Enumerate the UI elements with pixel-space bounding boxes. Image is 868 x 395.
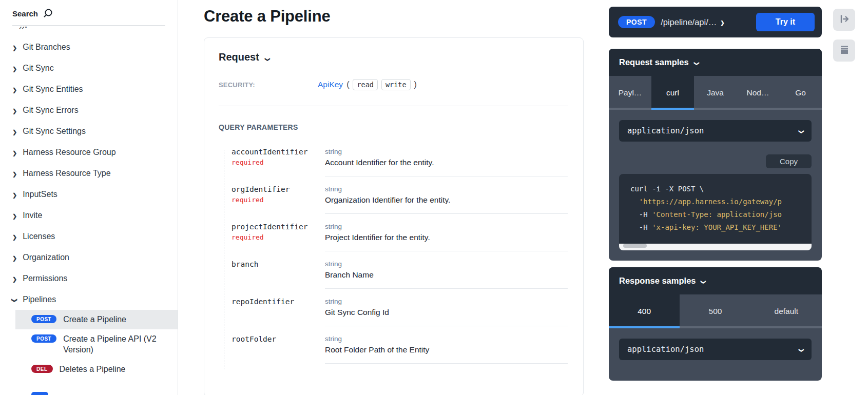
- scrollbar-thumb[interactable]: [623, 244, 647, 248]
- language-tabs: Payl… curl Java Nod… Go: [609, 76, 822, 110]
- tab-go[interactable]: Go: [779, 76, 822, 110]
- chevron-right-icon: [12, 253, 17, 262]
- response-samples-panel: Response samples 400 500 default applica…: [609, 267, 822, 381]
- chevron-down-icon: [701, 276, 705, 285]
- scope-write: write: [381, 79, 411, 90]
- chevron-down-icon: [12, 295, 17, 304]
- sidebar-group-git-branches[interactable]: Git Branches: [0, 36, 178, 57]
- chevron-right-icon: [12, 106, 17, 114]
- endpoint-path[interactable]: /pipeline/api/…: [661, 17, 717, 27]
- response-samples-heading: Response samples: [619, 276, 696, 286]
- param-description: Project Identifier for the entity.: [325, 233, 568, 242]
- sidebar-group-harness-resource-group[interactable]: Harness Resource Group: [0, 142, 178, 163]
- method-badge-post: POST: [31, 334, 56, 343]
- tab-400[interactable]: 400: [609, 294, 680, 328]
- request-samples-toggle[interactable]: Request samples: [609, 49, 822, 76]
- apikey-link[interactable]: ApiKey: [318, 80, 343, 89]
- sidebar-group-harness-resource-type[interactable]: Harness Resource Type: [0, 163, 178, 184]
- param-type: string: [325, 223, 568, 230]
- clipped-method-badge: [31, 392, 48, 395]
- chevron-right-icon: [12, 148, 17, 156]
- request-section-toggle[interactable]: Request: [219, 51, 568, 63]
- param-name: branch: [232, 260, 325, 268]
- sidebar-group-permissions[interactable]: Permissions: [0, 268, 178, 289]
- sidebar-group-inputsets[interactable]: InputSets: [0, 184, 178, 205]
- tab-curl[interactable]: curl: [651, 76, 694, 110]
- query-parameters-label: QUERY PARAMETERS: [219, 123, 568, 131]
- response-content-type-value: application/json: [627, 345, 704, 354]
- chevron-down-icon: [695, 58, 699, 67]
- api-docs-page: Search ››• Git Branches Git Sync Git Syn…: [0, 0, 868, 395]
- tab-500[interactable]: 500: [680, 294, 750, 328]
- search-icon: [43, 8, 53, 18]
- param-description: Git Sync Config Id: [325, 308, 568, 317]
- main-content: Create a Pipeline Request SECURITY: ApiK…: [204, 0, 584, 395]
- endpoint-bar: POST /pipeline/api/… Try it: [609, 7, 822, 37]
- param-type: string: [325, 260, 568, 268]
- response-content-type-select[interactable]: application/json: [619, 339, 812, 360]
- param-guide-line: [224, 150, 224, 369]
- sidebar-group-list: Git Branches Git Sync Git Sync Entities …: [0, 36, 178, 310]
- sidebar-group-organization[interactable]: Organization: [0, 247, 178, 268]
- method-badge-delete: DEL: [31, 365, 53, 373]
- tab-node[interactable]: Nod…: [737, 76, 779, 110]
- chevron-right-icon: [12, 127, 17, 135]
- param-description: Branch Name: [325, 270, 568, 280]
- query-parameters-list: accountIdentifier required string Accoun…: [219, 148, 568, 372]
- sidebar-group-git-sync-errors[interactable]: Git Sync Errors: [0, 100, 178, 121]
- search-label: Search: [12, 9, 38, 18]
- param-required-flag: required: [232, 159, 325, 166]
- divider: [219, 106, 568, 106]
- sidebar-group-licenses[interactable]: Licenses: [0, 226, 178, 247]
- param-name: rootFolder: [232, 335, 325, 343]
- param-name: projectIdentifier: [232, 223, 325, 231]
- sidebar-group-invite[interactable]: Invite: [0, 205, 178, 226]
- collapse-panel-button[interactable]: [833, 9, 855, 31]
- param-name: accountIdentifier: [232, 148, 325, 156]
- param-required-flag: required: [232, 233, 325, 241]
- sidebar-group-git-sync[interactable]: Git Sync: [0, 57, 178, 78]
- horizontal-scrollbar: [619, 244, 812, 250]
- response-samples-toggle[interactable]: Response samples: [609, 267, 822, 294]
- param-name: repoIdentifier: [232, 298, 325, 306]
- content-type-select[interactable]: application/json: [619, 120, 812, 142]
- param-description: Account Identifier for the entity.: [325, 158, 568, 167]
- chevron-down-icon: [799, 127, 803, 135]
- chevron-right-icon: [12, 232, 17, 241]
- chevron-right-icon: [12, 169, 17, 177]
- page-title: Create a Pipeline: [204, 7, 584, 26]
- request-heading: Request: [219, 51, 259, 63]
- param-row-projectIdentifier: projectIdentifier required string Projec…: [219, 223, 568, 260]
- sidebar-item-deletes-a-pipeline[interactable]: DEL Deletes a Pipeline: [15, 360, 178, 379]
- curl-code-block: curl -i -X POST \ 'https://app.harness.i…: [619, 174, 812, 250]
- method-badge-post: POST: [618, 16, 655, 28]
- sidebar-group-pipelines[interactable]: Pipelines: [0, 289, 178, 310]
- param-description: Root Folder Path of the Entity: [325, 345, 568, 354]
- curl-code: curl -i -X POST \ 'https://app.harness.i…: [619, 174, 812, 243]
- param-type: string: [325, 335, 568, 343]
- param-required-flag: required: [232, 196, 325, 204]
- chevron-down-icon: [265, 52, 269, 63]
- toc-layout-button[interactable]: [833, 40, 855, 62]
- document-outline-icon: [839, 44, 850, 57]
- pipelines-children-list: POST Create a Pipeline POST Create a Pip…: [0, 310, 178, 379]
- tab-java[interactable]: Java: [694, 76, 737, 110]
- tab-payload[interactable]: Payl…: [609, 76, 651, 110]
- param-row-repoIdentifier: repoIdentifier string Git Sync Config Id: [219, 298, 568, 335]
- chevron-right-icon: [12, 85, 17, 93]
- search-button[interactable]: Search: [12, 8, 165, 26]
- sidebar-item-create-a-pipeline-v2[interactable]: POST Create a Pipeline API (V2 Version): [15, 329, 178, 360]
- scope-read: read: [353, 79, 378, 90]
- paren-open: (: [346, 80, 349, 89]
- request-card: Request SECURITY: ApiKey ( read write ) …: [204, 37, 584, 395]
- copy-button[interactable]: Copy: [766, 154, 812, 168]
- chevron-right-icon: [12, 274, 17, 283]
- sidebar-group-git-sync-entities[interactable]: Git Sync Entities: [0, 78, 178, 100]
- sidebar-group-git-sync-settings[interactable]: Git Sync Settings: [0, 121, 178, 142]
- chevron-down-icon: [799, 345, 803, 353]
- param-row-rootFolder: rootFolder string Root Folder Path of th…: [219, 335, 568, 372]
- sidebar-item-create-a-pipeline[interactable]: POST Create a Pipeline: [15, 310, 178, 329]
- sidebar: Search ››• Git Branches Git Sync Git Syn…: [0, 0, 178, 395]
- tab-default[interactable]: default: [751, 294, 822, 328]
- try-it-button[interactable]: Try it: [756, 13, 815, 31]
